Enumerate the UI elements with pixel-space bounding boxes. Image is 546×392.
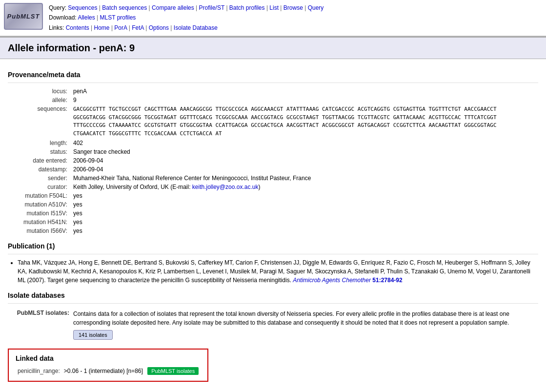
nav-pora[interactable]: PorA [114, 24, 127, 31]
isolate-databases-section-title: Isolate databases [8, 291, 538, 299]
nav-query[interactable]: Query [308, 4, 324, 11]
mutation-i566v-label: mutation I566V: [8, 227, 71, 235]
sequence-text: GACGGCGTTT TGCTGCCGGT CAGCTTTGAA AAACAGG… [73, 105, 536, 138]
download-nav-row: Download: Alleles | MLST profiles [49, 13, 324, 22]
linked-data-table: penicillin_range: >0.06 - 1 (intermediat… [16, 366, 201, 376]
field-mutation-a510v: mutation A510V: yes [8, 200, 538, 209]
curator-value: Keith Jolley, University of Oxford, UK (… [71, 183, 538, 191]
isolate-db-label: PubMLST isolates: [8, 308, 71, 342]
logo-area: PubMLST [4, 3, 43, 30]
field-status: status: Sanger trace checked [8, 147, 538, 156]
isolate-db-desc-text: Contains data for a collection of isolat… [73, 310, 509, 326]
field-locus: locus: penA [8, 87, 538, 96]
penicillin-range-label: penicillin_range: [16, 366, 62, 376]
field-mutation-f504l: mutation F504L: yes [8, 191, 538, 200]
isolate-db-row: PubMLST isolates: Contains data for a co… [8, 308, 538, 342]
nav-compare-alleles[interactable]: Compare alleles [152, 4, 194, 11]
sequences-label: sequences: [8, 104, 71, 139]
field-mutation-h541n: mutation H541N: yes [8, 218, 538, 227]
provenance-section-title: Provenance/meta data [8, 71, 538, 79]
links-nav-row: Links: Contents | Home | PorA | FetA | O… [49, 23, 324, 33]
penicillin-range-text: >0.06 - 1 (intermediate) [n=86] [64, 368, 143, 374]
mutation-f504l-value: yes [71, 191, 538, 200]
nav-browse[interactable]: Browse [283, 4, 303, 11]
links-label: Links: [49, 24, 64, 31]
download-label: Download: [49, 14, 77, 21]
sequences-value: GACGGCGTTT TGCTGCCGGT CAGCTTTGAA AAACAGG… [71, 104, 538, 139]
locus-label: locus: [8, 87, 71, 96]
field-sender: sender: Muhamed-Kheir Taha, National Ref… [8, 174, 538, 183]
nav-alleles[interactable]: Alleles [78, 14, 95, 21]
penicillin-range-value: >0.06 - 1 (intermediate) [n=86] PubMLST … [62, 366, 201, 376]
length-label: length: [8, 139, 71, 147]
pubmlst-logo: PubMLST [4, 3, 43, 30]
nav-links: Query: Sequences | Batch sequences | Com… [49, 3, 324, 33]
mutation-h541n-label: mutation H541N: [8, 218, 71, 227]
mutation-f504l-label: mutation F504L: [8, 191, 71, 200]
main-content: Provenance/meta data locus: penA allele:… [0, 59, 546, 387]
locus-value: penA [71, 87, 538, 96]
curator-email-link[interactable]: keith.jolley@zoo.ox.ac.uk [192, 184, 259, 190]
publication-list: Taha MK, Vázquez JA, Hong E, Bennett DE,… [18, 258, 538, 285]
field-sequences: sequences: GACGGCGTTT TGCTGCCGGT CAGCTTT… [8, 104, 538, 139]
linked-data-box: Linked data penicillin_range: >0.06 - 1 … [8, 349, 208, 382]
date-entered-value: 2006-09-04 [71, 156, 538, 165]
mutation-a510v-label: mutation A510V: [8, 200, 71, 209]
isolates-button[interactable]: 141 isolates [73, 330, 113, 340]
nav-options[interactable]: Options [149, 24, 169, 31]
journal-name: Antimicrob Agents Chemother [293, 277, 371, 284]
nav-home[interactable]: Home [94, 24, 110, 31]
linked-data-title: Linked data [16, 354, 201, 362]
journal-volume: 51:2784-92 [372, 277, 402, 284]
nav-feta[interactable]: FetA [132, 24, 144, 31]
status-value: Sanger trace checked [71, 147, 538, 156]
mutation-h541n-value: yes [71, 218, 538, 227]
journal-link[interactable]: Antimicrob Agents Chemother 51:2784-92 [293, 277, 402, 284]
page-header: PubMLST Query: Sequences | Batch sequenc… [0, 0, 546, 36]
publication-section-title: Publication (1) [8, 242, 538, 250]
mutation-i515v-label: mutation I515V: [8, 209, 71, 218]
nav-mlst-profiles[interactable]: MLST profiles [100, 14, 136, 21]
datestamp-label: datestamp: [8, 165, 71, 174]
nav-sequences[interactable]: Sequences [68, 4, 97, 11]
publication-entry: Taha MK, Vázquez JA, Hong E, Bennett DE,… [18, 258, 538, 285]
curator-label: curator: [8, 183, 71, 191]
field-datestamp: datestamp: 2006-09-04 [8, 165, 538, 174]
page-title: Allele information - penA: 9 [8, 42, 538, 54]
sender-label: sender: [8, 174, 71, 183]
mutation-i566v-value: yes [71, 227, 538, 235]
nav-batch-profiles[interactable]: Batch profiles [229, 4, 265, 11]
page-title-bar: Allele information - penA: 9 [0, 37, 546, 59]
allele-value: 9 [71, 96, 538, 104]
sender-value: Muhamed-Kheir Taha, National Reference C… [71, 174, 538, 183]
pubmlst-isolates-button[interactable]: PubMLST isolates [147, 367, 199, 375]
field-date-entered: date entered: 2006-09-04 [8, 156, 538, 165]
date-entered-label: date entered: [8, 156, 71, 165]
field-length: length: 402 [8, 139, 538, 147]
allele-label: allele: [8, 96, 71, 104]
isolate-databases-table: PubMLST isolates: Contains data for a co… [8, 308, 538, 342]
field-mutation-i566v: mutation I566V: yes [8, 227, 538, 235]
nav-list[interactable]: List [269, 4, 279, 11]
field-allele: allele: 9 [8, 96, 538, 104]
linked-data-row: penicillin_range: >0.06 - 1 (intermediat… [16, 366, 201, 376]
query-nav-row: Query: Sequences | Batch sequences | Com… [49, 3, 324, 13]
field-mutation-i515v: mutation I515V: yes [8, 209, 538, 218]
datestamp-value: 2006-09-04 [71, 165, 538, 174]
provenance-table: locus: penA allele: 9 sequences: GACGGCG… [8, 87, 538, 235]
publication-text: Taha MK, Vázquez JA, Hong E, Bennett DE,… [18, 259, 530, 284]
nav-contents[interactable]: Contents [66, 24, 89, 31]
mutation-a510v-value: yes [71, 200, 538, 209]
logo-text: PubMLST [7, 13, 40, 20]
query-label: Query: [49, 4, 66, 11]
nav-profile-st[interactable]: Profile/ST [199, 4, 224, 11]
mutation-i515v-value: yes [71, 209, 538, 218]
field-curator: curator: Keith Jolley, University of Oxf… [8, 183, 538, 191]
status-label: status: [8, 147, 71, 156]
isolate-db-description: Contains data for a collection of isolat… [71, 308, 538, 342]
nav-batch-sequences[interactable]: Batch sequences [102, 4, 147, 11]
nav-isolate-database[interactable]: Isolate Database [174, 24, 218, 31]
length-value: 402 [71, 139, 538, 147]
